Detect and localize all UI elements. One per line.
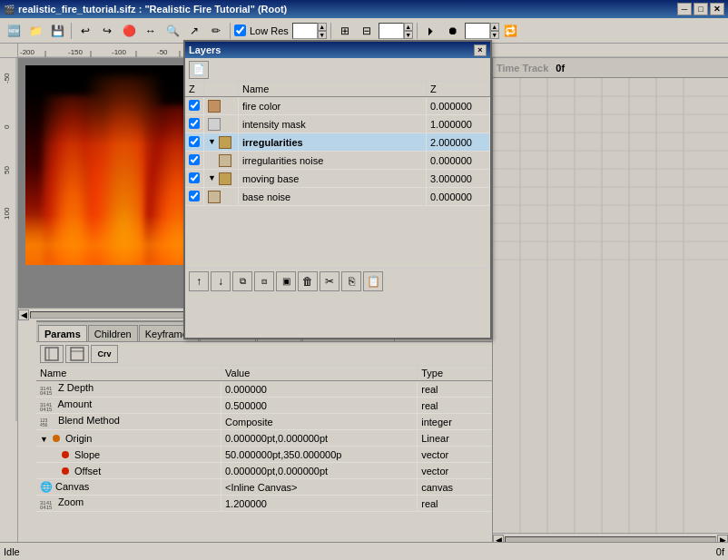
layers-new-layer-btn[interactable]: 📄 <box>189 61 209 79</box>
param-btn1[interactable] <box>40 345 64 363</box>
param-value-slope: 50.000000pt,350.000000p <box>221 447 418 463</box>
param-value-origin: 0.000000pt,0.000000pt <box>221 430 418 447</box>
undo-btn[interactable]: ↩ <box>75 21 95 41</box>
render-btn[interactable]: 🔴 <box>119 21 139 41</box>
layers-up-btn[interactable]: ↑ <box>189 271 209 291</box>
end-up[interactable]: ▲ <box>490 23 499 31</box>
lowres-checkbox[interactable] <box>234 25 246 36</box>
table-row[interactable]: 31410415 Zoom 1.200000 real <box>36 496 492 512</box>
table-row[interactable]: ▼ Origin 0.000000pt,0.000000pt Linear <box>36 430 492 447</box>
tool-btn1[interactable]: ↔ <box>141 21 161 41</box>
origin-expand[interactable]: ▼ <box>40 435 48 444</box>
grid-btn1[interactable]: ⊞ <box>335 21 355 41</box>
table-row[interactable]: 123456 Blend Method Composite integer <box>36 414 492 430</box>
layer-name-2: intensity mask <box>239 115 427 133</box>
sep3 <box>330 23 331 39</box>
play-btn[interactable]: ⏵ <box>421 21 441 41</box>
layers-panel: Layers × 📄 Z Name Z fire color 0.00 <box>183 40 492 339</box>
tool-btn4[interactable]: ✏ <box>206 21 226 41</box>
minimize-btn[interactable]: ─ <box>677 3 692 15</box>
maximize-btn[interactable]: □ <box>694 3 708 15</box>
quality-up[interactable]: ▲ <box>318 23 327 31</box>
table-row[interactable]: 🌐 Canvas <Inline Canvas> canvas <box>36 479 492 496</box>
param-toolbar: Crv <box>36 342 492 366</box>
layer-z-5: 3.000000 <box>427 170 490 188</box>
table-row[interactable]: 31410415 Z Depth 0.000000 real <box>36 381 492 398</box>
app-icon: 🎬 <box>4 5 15 15</box>
layer-z-6: 0.000000 <box>427 188 490 206</box>
frame-input[interactable]: 0 <box>379 23 404 39</box>
title-bar-left: 🎬 realistic_fire_tutorial.sifz : "Realis… <box>4 4 287 15</box>
svg-text:-50: -50 <box>3 73 11 84</box>
header-z-checkbox: Z <box>185 82 204 97</box>
close-btn[interactable]: ✕ <box>710 3 724 15</box>
layer-cb-4[interactable] <box>185 152 204 170</box>
new-btn[interactable]: 🆕 <box>4 21 24 41</box>
tab-children[interactable]: Children <box>88 325 138 341</box>
table-row[interactable]: Slope 50.000000pt,350.000000p vector <box>36 447 492 463</box>
quality-input[interactable]: 8 <box>292 23 318 39</box>
layer-cb-1[interactable] <box>185 97 204 115</box>
layer-z-3: 2.000000 <box>427 133 490 152</box>
layer-row-intensity[interactable]: intensity mask 1.000000 <box>185 115 490 133</box>
layer-z-2: 1.000000 <box>427 115 490 133</box>
param-btn2[interactable] <box>65 345 89 363</box>
layers-title: Layers <box>189 44 221 55</box>
layers-cut-btn[interactable]: ✂ <box>320 271 339 291</box>
layer-icon-3: ▼ <box>204 133 239 152</box>
layers-close-btn[interactable]: × <box>474 44 487 56</box>
layer-row-irregularities[interactable]: ▼ irregularities 2.000000 <box>185 133 490 152</box>
svg-rect-26 <box>45 348 58 360</box>
hscroll-left[interactable]: ◀ <box>18 309 29 320</box>
svg-text:-50: -50 <box>157 48 168 56</box>
param-name-slope: Slope <box>36 447 221 463</box>
layer-row-base-noise[interactable]: base noise 0.000000 <box>185 188 490 206</box>
svg-text:456: 456 <box>40 422 48 427</box>
quality-down[interactable]: ▼ <box>318 31 327 39</box>
tool-btn2[interactable]: 🔍 <box>162 21 182 41</box>
layer-row-fire-color[interactable]: fire color 0.000000 <box>185 97 490 115</box>
end-down[interactable]: ▼ <box>490 31 499 39</box>
param-type-canvas: canvas <box>418 479 492 496</box>
table-row[interactable]: Offset 0.000000pt,0.000000pt vector <box>36 463 492 479</box>
param-name-zoom: 31410415 Zoom <box>36 496 221 512</box>
open-btn[interactable]: 📁 <box>25 21 45 41</box>
table-row[interactable]: 31410415 Amount 0.500000 real <box>36 398 492 414</box>
layers-down-btn[interactable]: ↓ <box>211 271 231 291</box>
layers-titlebar: Layers × <box>185 42 490 58</box>
layer-cb-3[interactable] <box>185 133 204 152</box>
layers-dup-btn[interactable]: ⧉ <box>232 271 252 291</box>
param-name-canvas: 🌐 Canvas <box>36 479 221 496</box>
timetrack-title: Time Track <box>497 63 548 74</box>
layer-icon-4 <box>204 152 239 170</box>
quality-arrows: ▲ ▼ <box>318 23 327 39</box>
layer-expand-5[interactable]: ▼ <box>208 173 216 182</box>
grid-btn2[interactable]: ⊟ <box>357 21 377 41</box>
layers-group-btn[interactable]: ▣ <box>276 271 296 291</box>
layers-merge-btn[interactable]: ⧈ <box>254 271 274 291</box>
layers-delete-btn[interactable]: 🗑 <box>298 271 318 291</box>
tab-params[interactable]: Params <box>38 325 87 341</box>
layer-expand-3[interactable]: ▼ <box>208 137 216 146</box>
layer-row-moving-base[interactable]: ▼ moving base 3.000000 <box>185 170 490 188</box>
tool-btn3[interactable]: ↗ <box>184 21 204 41</box>
param-btn-crv[interactable]: Crv <box>91 345 118 363</box>
layers-paste-btn[interactable]: 📋 <box>363 271 383 291</box>
layer-cb-5[interactable] <box>185 170 204 188</box>
layer-name-3: irregularities <box>239 133 427 152</box>
header-layer-name: Name <box>239 82 427 97</box>
layer-row-irr-noise[interactable]: irregularities noise 0.000000 <box>185 152 490 170</box>
frame-down[interactable]: ▼ <box>404 31 413 39</box>
layer-cb-2[interactable] <box>185 115 204 133</box>
record-btn[interactable]: ⏺ <box>443 21 463 41</box>
layer-name-4: irregularities noise <box>239 152 427 170</box>
redo-btn[interactable]: ↪ <box>97 21 117 41</box>
end-input[interactable]: 0 <box>465 23 490 39</box>
save-btn[interactable]: 💾 <box>47 21 67 41</box>
layers-copy-btn[interactable]: ⎘ <box>341 271 361 291</box>
frame-up[interactable]: ▲ <box>404 23 413 31</box>
loop-btn[interactable]: 🔁 <box>501 21 521 41</box>
layer-icon-5: ▼ <box>204 170 239 188</box>
globe-icon: 🌐 <box>40 481 53 492</box>
layer-cb-6[interactable] <box>185 188 204 206</box>
